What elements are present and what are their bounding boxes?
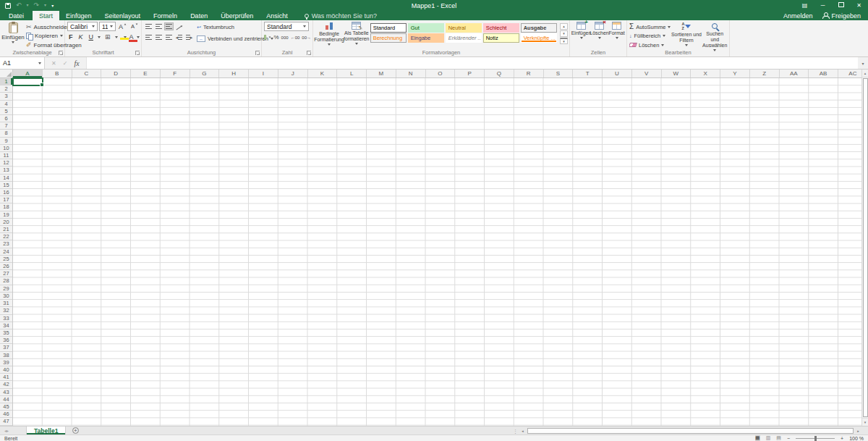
gallery-more-icon[interactable]: ▾ bbox=[560, 38, 568, 44]
row-header-19[interactable]: 19 bbox=[0, 211, 12, 219]
align-left-button[interactable] bbox=[144, 33, 153, 41]
paste-button[interactable]: Einfügen bbox=[2, 22, 24, 50]
row-header-14[interactable]: 14 bbox=[0, 175, 12, 182]
column-header-o[interactable]: O bbox=[426, 70, 456, 77]
ribbon-display-options-button[interactable]: ▤ bbox=[796, 0, 814, 11]
font-color-dropdown-icon[interactable] bbox=[137, 36, 140, 38]
row-header-3[interactable]: 3 bbox=[0, 93, 12, 100]
menu-tab-datei[interactable]: Datei bbox=[0, 11, 33, 20]
column-header-q[interactable]: Q bbox=[485, 70, 514, 77]
font-color-button[interactable]: A bbox=[129, 33, 134, 41]
column-header-m[interactable]: M bbox=[367, 70, 396, 77]
menu-tab-start[interactable]: Start bbox=[33, 11, 59, 20]
row-header-24[interactable]: 24 bbox=[0, 248, 12, 256]
row-header-28[interactable]: 28 bbox=[0, 277, 12, 285]
underline-dropdown-icon[interactable] bbox=[98, 36, 101, 38]
zoom-in-button[interactable]: + bbox=[841, 436, 843, 441]
zoom-slider-thumb[interactable] bbox=[814, 436, 817, 441]
restore-button[interactable] bbox=[832, 0, 850, 11]
scroll-up-icon[interactable]: ▴ bbox=[862, 70, 868, 77]
row-header-46[interactable]: 46 bbox=[0, 411, 12, 418]
row-header-25[interactable]: 25 bbox=[0, 256, 12, 263]
formula-input[interactable] bbox=[86, 57, 858, 69]
row-header-4[interactable]: 4 bbox=[0, 101, 12, 108]
row-header-47[interactable]: 47 bbox=[0, 418, 12, 425]
column-header-i[interactable]: I bbox=[249, 70, 278, 77]
sort-filter-button[interactable]: AZ Sortieren und Filtern bbox=[671, 22, 702, 51]
grow-font-button[interactable]: A bbox=[117, 23, 128, 30]
alignment-dialog-launcher[interactable] bbox=[255, 51, 260, 55]
row-header-20[interactable]: 20 bbox=[0, 219, 12, 226]
column-header-h[interactable]: H bbox=[219, 70, 249, 77]
row-header-17[interactable]: 17 bbox=[0, 196, 12, 203]
gallery-scroll-up-icon[interactable]: ▴ bbox=[560, 23, 568, 30]
decrease-decimal-button[interactable]: 00→ bbox=[302, 35, 311, 40]
name-box-dropdown-icon[interactable] bbox=[38, 62, 41, 64]
undo-icon[interactable]: ↶ bbox=[16, 2, 22, 9]
row-header-23[interactable]: 23 bbox=[0, 240, 12, 248]
align-bottom-button[interactable] bbox=[164, 22, 174, 30]
menu-tab-überprüfen[interactable]: Überprüfen bbox=[214, 11, 260, 20]
redo-icon[interactable]: ↷ bbox=[34, 2, 40, 9]
align-right-button[interactable] bbox=[164, 33, 174, 41]
shrink-font-button[interactable]: A bbox=[129, 23, 140, 30]
conditional-formatting-button[interactable]: Bedingte Formatierung bbox=[315, 22, 343, 46]
row-header-16[interactable]: 16 bbox=[0, 189, 12, 196]
row-header-39[interactable]: 39 bbox=[0, 359, 12, 366]
new-sheet-button[interactable]: + bbox=[66, 427, 85, 434]
row-header-31[interactable]: 31 bbox=[0, 300, 12, 307]
sign-in-button[interactable]: Anmelden bbox=[783, 12, 813, 20]
page-break-view-icon[interactable]: ▤ bbox=[776, 435, 781, 441]
column-header-y[interactable]: Y bbox=[720, 70, 750, 77]
format-cells-button[interactable]: Format bbox=[608, 22, 625, 39]
tell-me-box[interactable]: Was möchten Sie tun? bbox=[294, 11, 377, 20]
vertical-scroll-thumb[interactable] bbox=[863, 78, 868, 417]
column-header-w[interactable]: W bbox=[662, 70, 692, 77]
row-header-41[interactable]: 41 bbox=[0, 374, 12, 381]
fill-dropdown-icon[interactable] bbox=[663, 35, 665, 37]
sheet-nav-right-icon[interactable]: ▸ bbox=[2, 427, 13, 434]
column-header-k[interactable]: K bbox=[308, 70, 338, 77]
row-header-37[interactable]: 37 bbox=[0, 344, 12, 351]
close-button[interactable]: ✕ bbox=[850, 0, 868, 11]
qat-customize-icon[interactable]: ▾ bbox=[51, 3, 54, 8]
row-header-35[interactable]: 35 bbox=[0, 329, 12, 337]
cell-style-8[interactable]: Erklärender ... bbox=[446, 33, 482, 43]
minimize-button[interactable]: ─ bbox=[814, 0, 832, 11]
row-header-2[interactable]: 2 bbox=[0, 85, 12, 93]
cell-style-4[interactable]: Schlecht bbox=[483, 23, 519, 33]
row-header-8[interactable]: 8 bbox=[0, 130, 12, 137]
save-icon[interactable] bbox=[5, 3, 11, 9]
fill-button[interactable]: ↓ Füllbereich bbox=[629, 32, 671, 41]
page-layout-view-icon[interactable]: ▥ bbox=[766, 435, 771, 441]
column-header-z[interactable]: Z bbox=[750, 70, 780, 77]
zoom-level[interactable]: 100 % bbox=[849, 436, 864, 441]
column-header-b[interactable]: B bbox=[43, 70, 72, 77]
menu-tab-formeln[interactable]: Formeln bbox=[147, 11, 184, 20]
selected-cell-a1[interactable] bbox=[12, 77, 43, 86]
row-header-12[interactable]: 12 bbox=[0, 159, 12, 167]
accounting-format-button[interactable] bbox=[264, 35, 266, 40]
menu-tab-seitenlayout[interactable]: Seitenlayout bbox=[98, 11, 148, 20]
align-top-button[interactable] bbox=[144, 22, 153, 30]
cell-style-5[interactable]: Ausgabe bbox=[521, 23, 557, 33]
zoom-slider[interactable] bbox=[796, 438, 835, 439]
borders-dropdown-icon[interactable] bbox=[115, 36, 118, 38]
orientation-button[interactable] bbox=[174, 22, 184, 30]
row-header-11[interactable]: 11 bbox=[0, 152, 12, 159]
autosum-button[interactable]: Σ AutoSumme bbox=[629, 22, 671, 32]
row-header-15[interactable]: 15 bbox=[0, 182, 12, 189]
row-header-44[interactable]: 44 bbox=[0, 396, 12, 403]
row-header-34[interactable]: 34 bbox=[0, 322, 12, 329]
row-header-32[interactable]: 32 bbox=[0, 307, 12, 314]
row-header-36[interactable]: 36 bbox=[0, 337, 12, 344]
font-family-select[interactable]: Calibri bbox=[67, 22, 98, 31]
column-header-l[interactable]: L bbox=[337, 70, 367, 77]
grid-cells[interactable] bbox=[13, 78, 868, 426]
number-dialog-launcher[interactable] bbox=[307, 51, 311, 55]
row-header-40[interactable]: 40 bbox=[0, 366, 12, 374]
cell-style-3[interactable]: Neutral bbox=[446, 23, 482, 33]
row-header-5[interactable]: 5 bbox=[0, 108, 12, 115]
row-header-13[interactable]: 13 bbox=[0, 167, 12, 174]
font-size-select[interactable]: 11 bbox=[99, 22, 116, 31]
